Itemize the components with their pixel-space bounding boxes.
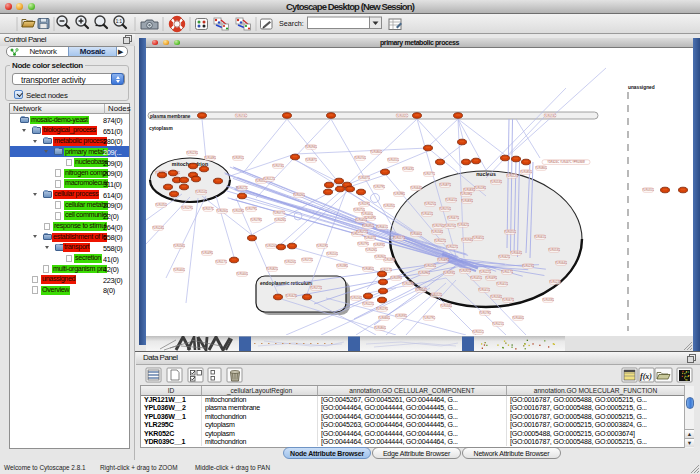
svg-text:YLR095C: YLR095C	[362, 224, 374, 228]
svg-text:YLR056C: YLR056C	[173, 244, 185, 248]
svg-text:YLR027C: YLR027C	[549, 280, 561, 284]
svg-text:Search:: Search:	[279, 19, 304, 28]
svg-text:YDR424C YLR447C YPR036W: YDR424C YLR447C YPR036W	[547, 160, 585, 164]
svg-text:YLR040C: YLR040C	[361, 212, 373, 216]
svg-text:YLR012C: YLR012C	[263, 177, 275, 181]
svg-text:YLR093C: YLR093C	[443, 271, 455, 275]
svg-text:YLR035C: YLR035C	[383, 204, 395, 208]
svg-text:YLR079C: YLR079C	[245, 207, 257, 211]
svg-text:YLR020C: YLR020C	[265, 244, 277, 248]
svg-text:YLR040C: YLR040C	[236, 272, 248, 276]
svg-text:YLR053C: YLR053C	[490, 180, 502, 184]
svg-text:YLR080C: YLR080C	[535, 166, 547, 170]
svg-text:YLR031C: YLR031C	[387, 158, 399, 162]
svg-text:YLR078C: YLR078C	[479, 311, 491, 315]
svg-text:YLR026C: YLR026C	[293, 193, 305, 197]
svg-text:YLR074C: YLR074C	[272, 164, 284, 168]
svg-text:YLR032C: YLR032C	[396, 114, 408, 118]
svg-text:YLR043C: YLR043C	[402, 167, 414, 171]
svg-text:YLR055C: YLR055C	[504, 230, 516, 234]
svg-text:YLR010C: YLR010C	[195, 190, 207, 194]
svg-text:YLR024C: YLR024C	[152, 226, 164, 230]
svg-text:YLR034C: YLR034C	[431, 230, 443, 234]
svg-text:plasma membrane: plasma membrane	[150, 114, 191, 119]
svg-text:YLR014C: YLR014C	[415, 288, 427, 292]
svg-text:YLR098C: YLR098C	[393, 192, 405, 196]
svg-text:YLR040C: YLR040C	[173, 268, 185, 272]
svg-text:YLR072C: YLR072C	[236, 186, 248, 190]
svg-text:YLR082C: YLR082C	[266, 267, 278, 271]
svg-text:YLR096C: YLR096C	[418, 271, 430, 275]
svg-text:YLR022C: YLR022C	[479, 270, 491, 274]
svg-text:YLR057C: YLR057C	[202, 207, 214, 211]
svg-text:YLR093C: YLR093C	[395, 314, 407, 318]
svg-text:YLR076C: YLR076C	[432, 224, 444, 228]
svg-text:YLR025C: YLR025C	[424, 202, 436, 206]
svg-text:YLR019C: YLR019C	[316, 244, 328, 248]
svg-text:YLR018C: YLR018C	[402, 282, 414, 286]
svg-text:YLR064C: YLR064C	[555, 261, 567, 265]
svg-text:YLR077C: YLR077C	[273, 211, 285, 215]
svg-text:YLR017C: YLR017C	[215, 260, 227, 264]
svg-text:YLR034C: YLR034C	[440, 304, 452, 308]
svg-text:YLR080C: YLR080C	[374, 326, 386, 330]
svg-text:YLR012C: YLR012C	[506, 174, 518, 178]
svg-text:YLR062C: YLR062C	[457, 223, 469, 227]
svg-text:YLR077C: YLR077C	[423, 172, 435, 176]
svg-text:YLR017C: YLR017C	[501, 270, 513, 274]
svg-text:YLR040C: YLR040C	[512, 316, 524, 320]
svg-text:YLR026C: YLR026C	[274, 218, 286, 222]
svg-text:YLR011C: YLR011C	[472, 330, 484, 334]
svg-text:YLR045C: YLR045C	[470, 276, 482, 280]
svg-text:YLR080C: YLR080C	[370, 150, 382, 154]
svg-text:YLR029C: YLR029C	[181, 206, 193, 210]
svg-text:YLR023C: YLR023C	[522, 264, 534, 268]
svg-text:YLR061C: YLR061C	[376, 225, 388, 229]
svg-text:YLR030C: YLR030C	[216, 209, 228, 213]
svg-text:YLR074C: YLR074C	[235, 114, 247, 118]
svg-text:YLR067C: YLR067C	[502, 298, 514, 302]
svg-text:YLR094C: YLR094C	[461, 238, 473, 242]
svg-text:YLR037C: YLR037C	[358, 176, 370, 180]
svg-text:YLR074C: YLR074C	[544, 114, 556, 118]
svg-text:YLR072C: YLR072C	[310, 286, 322, 290]
svg-text:YLR078C: YLR078C	[250, 218, 262, 222]
svg-text:YLR026C: YLR026C	[365, 248, 377, 252]
svg-text:YLR052C: YLR052C	[430, 293, 442, 297]
svg-text:YLR066C: YLR066C	[410, 232, 422, 236]
svg-text:nucleus: nucleus	[476, 171, 496, 177]
svg-text:YLR010C: YLR010C	[326, 252, 338, 256]
svg-text:1:1: 1:1	[116, 19, 123, 24]
svg-text:YLR085C: YLR085C	[362, 267, 374, 271]
svg-text:YLR019C: YLR019C	[358, 202, 370, 206]
svg-text:YLR023C: YLR023C	[186, 151, 198, 155]
svg-text:YLR022C: YLR022C	[362, 302, 374, 306]
svg-text:YLR041C: YLR041C	[445, 198, 457, 202]
svg-text:YLR057C: YLR057C	[393, 236, 405, 240]
svg-text:YLR087C: YLR087C	[439, 183, 451, 187]
svg-text:YLR079C: YLR079C	[423, 316, 435, 320]
svg-text:YLR016C: YLR016C	[350, 296, 362, 300]
svg-text:YLR065C: YLR065C	[472, 236, 484, 240]
svg-text:YLR031C: YLR031C	[642, 188, 654, 192]
svg-text:YLR070C: YLR070C	[354, 156, 366, 160]
svg-text:YLR079C: YLR079C	[357, 242, 369, 246]
svg-text:YLR053C: YLR053C	[548, 248, 560, 252]
svg-text:YLR018C: YLR018C	[232, 209, 244, 213]
svg-text:YLR070C: YLR070C	[444, 224, 456, 228]
svg-text:YLR087C: YLR087C	[305, 158, 317, 162]
svg-text:YLR064C: YLR064C	[410, 186, 422, 190]
svg-text:f(x): f(x)	[640, 372, 652, 381]
svg-text:cytoplasm: cytoplasm	[149, 126, 173, 131]
svg-text:YLR092C: YLR092C	[459, 269, 471, 273]
svg-text:YLR037C: YLR037C	[364, 236, 376, 240]
svg-text:YLR016C: YLR016C	[424, 264, 436, 268]
svg-text:YLR069C: YLR069C	[485, 276, 497, 280]
svg-text:YLR045C: YLR045C	[355, 218, 367, 222]
svg-text:YLR085C: YLR085C	[520, 170, 532, 174]
svg-text:YLR062C: YLR062C	[285, 294, 297, 298]
svg-text:YLR033C: YLR033C	[542, 298, 554, 302]
svg-text:YLR048C: YLR048C	[204, 156, 216, 160]
svg-text:unassigned: unassigned	[628, 85, 655, 90]
svg-text:YLR066C: YLR066C	[378, 316, 390, 320]
